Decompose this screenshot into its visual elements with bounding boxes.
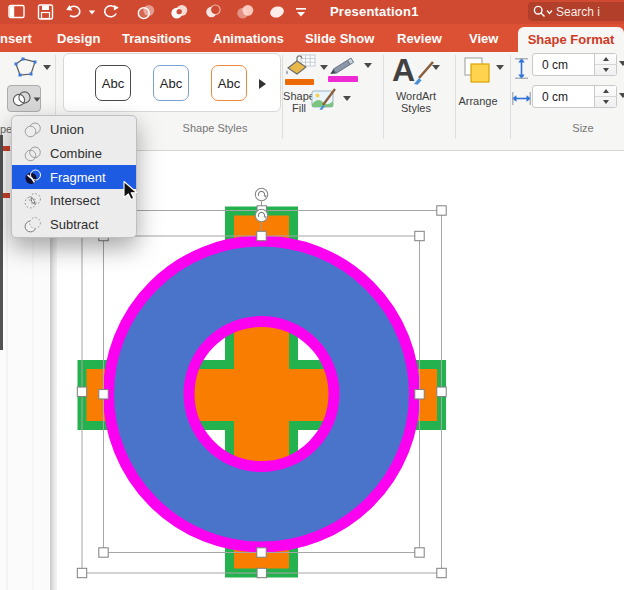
qat-intersect-icon[interactable] (236, 4, 254, 20)
merge-shapes-button[interactable] (7, 85, 41, 112)
resize-handle[interactable] (257, 231, 266, 240)
arrange-icon[interactable] (462, 56, 493, 84)
arrange-label: Arrange (454, 96, 502, 108)
style-sample-3-label: Abc (218, 76, 240, 91)
menu-item-combine[interactable]: Combine (12, 142, 136, 166)
arrange-caret[interactable] (496, 65, 504, 70)
tab-insert-partial[interactable]: nsert (0, 31, 32, 46)
wordart-label-line1: WordArt (390, 91, 442, 103)
resize-handle[interactable] (415, 390, 424, 399)
wordart-label-line2: Styles (390, 103, 442, 115)
shape-outline-caret[interactable] (364, 63, 372, 68)
search-icon (533, 5, 546, 18)
tab-animations[interactable]: Animations (213, 31, 284, 46)
union-icon (24, 122, 42, 138)
tab-shape-format-label: Shape Format (528, 32, 615, 47)
resize-handle[interactable] (437, 206, 446, 215)
qat-subtract-icon[interactable] (268, 4, 286, 20)
normal-view-icon[interactable] (8, 4, 26, 20)
shape-width-stepper[interactable] (594, 86, 616, 107)
menu-item-subtract[interactable]: Subtract (12, 213, 136, 237)
group-divider (510, 55, 511, 139)
shape-height-input[interactable] (533, 54, 593, 75)
resize-handle[interactable] (77, 568, 86, 577)
menu-item-fragment[interactable]: Fragment (12, 165, 136, 189)
shape-width-field (532, 85, 617, 108)
resize-handle[interactable] (99, 548, 108, 557)
menu-item-label: Fragment (50, 170, 106, 185)
merge-shapes-menu: Union Combine Fragment Intersect (11, 115, 137, 238)
intersect-icon (24, 193, 42, 209)
menu-item-label: Combine (50, 146, 102, 161)
fill-color-swatch (285, 79, 314, 85)
step-up-icon (603, 89, 609, 93)
shape-height-stepper[interactable] (594, 54, 616, 75)
window-title: Presentation1 (330, 4, 419, 19)
shape-width-icon (512, 91, 531, 106)
style-sample-2-label: Abc (160, 76, 182, 91)
menu-item-label: Union (50, 122, 84, 137)
search-placeholder: Search i (556, 5, 600, 19)
resize-handle[interactable] (415, 231, 424, 240)
resize-handle[interactable] (437, 568, 446, 577)
tab-view[interactable]: View (469, 31, 498, 46)
style-sample-3[interactable]: Abc (211, 65, 247, 101)
height-step-down[interactable] (595, 65, 617, 76)
menu-item-union[interactable]: Union (12, 118, 136, 142)
qat-union-icon[interactable] (137, 4, 155, 20)
shape-effects-icon[interactable] (311, 88, 339, 111)
tab-shape-format[interactable]: Shape Format (518, 27, 624, 52)
style-sample-2[interactable]: Abc (153, 65, 189, 101)
redo-icon[interactable] (102, 4, 120, 20)
wordart-label: WordArt Styles (390, 91, 442, 114)
qat-fragment-icon[interactable] (203, 4, 221, 20)
undo-icon[interactable] (64, 4, 88, 20)
resize-handle[interactable] (99, 390, 108, 399)
mouse-cursor (123, 181, 139, 201)
width-step-up[interactable] (595, 86, 617, 97)
powerpoint-window: Presentation1 Search i nsert Design Tran… (0, 0, 624, 590)
merge-shapes-caret (34, 97, 41, 101)
shape-effects-caret[interactable] (343, 96, 351, 101)
width-step-down[interactable] (595, 97, 617, 108)
width-extra-caret[interactable] (619, 93, 624, 98)
ribbon-tab-bar: nsert Design Transitions Animations Slid… (0, 24, 624, 52)
window-left-edge (0, 135, 3, 350)
undo-dropdown-caret[interactable] (89, 11, 95, 15)
shape-fill-icon[interactable] (284, 54, 317, 79)
resize-handle[interactable] (257, 568, 266, 577)
qat-combine-icon[interactable] (170, 4, 188, 20)
more-styles-arrow[interactable] (257, 78, 267, 90)
height-extra-caret[interactable] (619, 61, 624, 66)
title-bar: Presentation1 Search i (0, 0, 624, 24)
tab-review[interactable]: Review (397, 31, 442, 46)
step-down-icon (603, 100, 609, 104)
wordart-caret[interactable] (432, 65, 440, 70)
edit-points-caret[interactable] (43, 65, 51, 70)
resize-handle[interactable] (437, 387, 446, 396)
toolbar-overflow-icon[interactable] (294, 4, 308, 20)
rotate-handle-cross[interactable] (255, 188, 267, 200)
group-divider (383, 55, 384, 139)
shape-width-input[interactable] (533, 86, 593, 107)
menu-item-intersect[interactable]: Intersect (12, 189, 136, 213)
tab-design[interactable]: Design (57, 31, 100, 46)
shape-outline-icon[interactable] (327, 56, 359, 76)
shape-height-icon (514, 58, 529, 79)
rotate-handle-donut[interactable] (255, 209, 267, 221)
resize-handle[interactable] (415, 548, 424, 557)
height-step-up[interactable] (595, 54, 617, 65)
menu-item-label: Subtract (50, 217, 98, 232)
tab-transitions[interactable]: Transitions (122, 31, 191, 46)
menu-item-label: Intersect (50, 193, 100, 208)
style-sample-1[interactable]: Abc (95, 65, 131, 101)
tab-slide-show[interactable]: Slide Show (305, 31, 374, 46)
save-icon[interactable] (37, 4, 55, 20)
step-down-icon (603, 68, 609, 72)
edit-points-icon[interactable] (13, 57, 39, 79)
wordart-brush-icon (408, 60, 436, 86)
style-sample-1-label: Abc (102, 76, 124, 91)
search-input[interactable]: Search i (528, 2, 624, 21)
resize-handle[interactable] (257, 548, 266, 557)
resize-handle[interactable] (77, 387, 86, 396)
